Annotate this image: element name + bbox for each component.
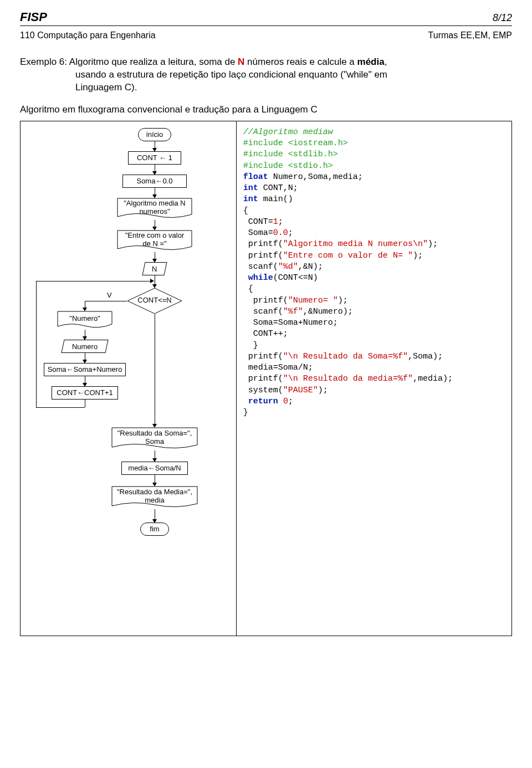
example-paragraph: Exemplo 6: Algoritmo que realiza a leitu… <box>20 56 512 94</box>
arrow <box>36 407 85 408</box>
code-line: #include <box>243 139 288 148</box>
flow-assign-soma: Soma←0.0 <box>122 175 187 188</box>
flow-end: fim <box>140 523 169 536</box>
example-line1-a: Algoritmo que realiza a leitura, soma de <box>69 57 238 67</box>
code-line: printf( <box>243 239 283 249</box>
arrow <box>36 281 37 407</box>
code-line: media=Soma/N; <box>243 363 313 372</box>
code-line: int <box>243 194 258 204</box>
code-line: } <box>243 341 258 350</box>
flow-display-title: "Algoritmo media N numeros" <box>117 198 192 220</box>
flow-display-prompt: "Entre com o valor de N =" <box>117 230 192 252</box>
code-line: scanf( <box>243 262 278 272</box>
code-line: CONT= <box>243 217 273 227</box>
code-line: //Algoritmo mediaw <box>243 127 333 137</box>
flow-display-result-soma: "Resultado da Soma=", Soma <box>111 427 198 450</box>
flow-assign-media: media←Soma/N <box>121 462 188 475</box>
example-media: média <box>357 57 385 67</box>
arrow <box>155 509 155 520</box>
example-line1-b: números reais e calcule a <box>244 57 357 67</box>
flow-display-numero: "Numero" <box>57 311 112 330</box>
flow-display-result-media: "Resultado da Media=", media <box>111 486 198 509</box>
example-label: Exemplo 6: <box>20 57 67 67</box>
code-line: scanf( <box>243 307 283 316</box>
header-right: 8/12 <box>493 12 512 24</box>
page-subheader: 110 Computação para Engenharia Turmas EE… <box>20 30 512 40</box>
flow-decision: CONT<=N <box>127 288 182 314</box>
example-line1-c: , <box>385 57 387 67</box>
flowchart: início CONT ← 1 Soma←0.0 "Algoritmo medi… <box>24 128 233 627</box>
code-line: printf( <box>243 352 283 361</box>
arrow <box>155 314 155 425</box>
arrow <box>85 301 127 301</box>
arrowhead-icon <box>150 279 154 283</box>
code-line: float <box>243 172 268 182</box>
flow-assign-cont: CONT ← 1 <box>128 151 181 165</box>
code-line: #include <box>243 161 288 171</box>
code-line: } <box>243 408 248 417</box>
code-line: printf( <box>243 374 283 383</box>
subheader-right: Turmas EE,EM, EMP <box>428 30 512 40</box>
flow-assign-cont-inc: CONT←CONT+1 <box>52 386 118 400</box>
page: FISP 8/12 110 Computação para Engenharia… <box>0 0 532 768</box>
code-line <box>243 273 248 283</box>
example-N: N <box>238 57 244 67</box>
arrow <box>36 281 152 281</box>
code-line: CONT++; <box>243 329 288 339</box>
header-left: FISP <box>20 10 47 24</box>
flow-input-n: N <box>142 262 167 275</box>
page-header: FISP 8/12 <box>20 10 512 24</box>
header-rule <box>20 25 512 26</box>
arrow <box>85 400 85 407</box>
code-line: int <box>243 183 258 193</box>
flow-assign-soma-add: Soma←Soma+Numero <box>44 363 126 376</box>
code-column: //Algoritmo mediaw #include <iostream.h>… <box>237 121 511 636</box>
code-line: printf( <box>243 296 288 305</box>
subheader-left: 110 Computação para Engenharia <box>20 30 156 40</box>
flow-branch-v: V <box>107 291 112 299</box>
flow-input-numero: Numero <box>61 340 108 353</box>
code-line <box>243 397 248 406</box>
example-line3: Linguagem C). <box>20 81 512 94</box>
code-line: { <box>243 284 253 294</box>
two-column-box: início CONT ← 1 Soma←0.0 "Algoritmo medi… <box>20 121 512 636</box>
code-line: printf( <box>243 251 283 260</box>
code-line: #include <box>243 150 288 159</box>
code-line: Soma=Soma+Numero; <box>243 318 338 327</box>
flow-start: início <box>138 128 171 141</box>
example-line2: usando a estrutura de repetição tipo laç… <box>20 69 512 81</box>
code-line: system( <box>243 386 283 395</box>
flowchart-column: início CONT ← 1 Soma←0.0 "Algoritmo medi… <box>21 121 237 636</box>
code-line: Soma= <box>243 228 273 238</box>
algorithm-title: Algoritmo em fluxograma convencional e t… <box>20 104 512 115</box>
code-line: { <box>243 206 248 216</box>
